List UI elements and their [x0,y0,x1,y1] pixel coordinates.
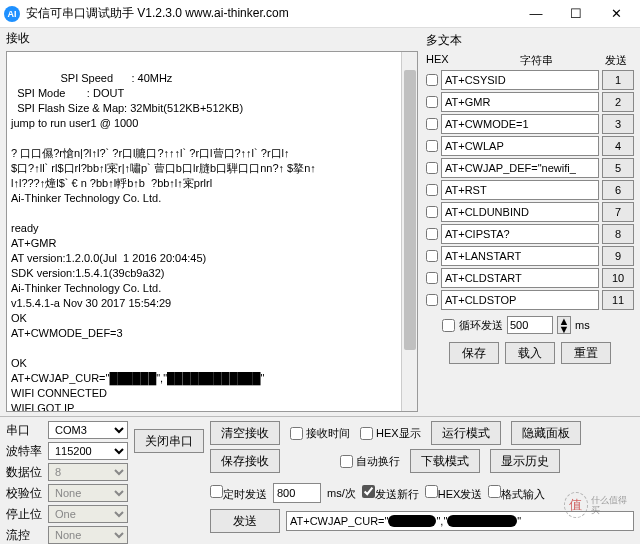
cmd-input[interactable] [441,180,599,200]
row-send-button[interactable]: 7 [602,202,634,222]
hex-checkbox[interactable] [426,140,438,152]
cmd-input[interactable] [441,158,599,178]
save-recv-button[interactable]: 保存接收 [210,449,280,473]
cmd-row: 11 [426,290,634,310]
recv-time-checkbox[interactable] [290,427,303,440]
cmd-input[interactable] [441,224,599,244]
hex-display-checkbox[interactable] [360,427,373,440]
cmd-row: 7 [426,202,634,222]
baud-select[interactable]: 115200 [48,442,128,460]
hex-checkbox[interactable] [426,294,438,306]
cmd-input[interactable] [441,290,599,310]
loop-send-checkbox[interactable] [442,319,455,332]
minimize-button[interactable]: — [516,0,556,28]
hex-checkbox[interactable] [426,250,438,262]
row-send-button[interactable]: 9 [602,246,634,266]
hex-checkbox[interactable] [426,272,438,284]
cmd-input[interactable] [441,202,599,222]
watermark: 值 什么值得买 [564,490,632,520]
maximize-button[interactable]: ☐ [556,0,596,28]
hex-checkbox[interactable] [426,162,438,174]
column-headers: HEX 字符串 发送 [426,51,634,70]
scroll-thumb[interactable] [404,70,416,350]
row-send-button[interactable]: 2 [602,92,634,112]
run-mode-button[interactable]: 运行模式 [431,421,501,445]
timed-send-checkbox[interactable] [210,485,223,498]
cmd-row: 10 [426,268,634,288]
row-send-button[interactable]: 4 [602,136,634,156]
timed-interval-input[interactable] [273,483,321,503]
parity-select[interactable]: None [48,484,128,502]
stopbits-select[interactable]: One [48,505,128,523]
send-newline-checkbox[interactable] [362,485,375,498]
loop-interval-input[interactable] [507,316,553,334]
close-port-button[interactable]: 关闭串口 [134,429,204,453]
row-send-button[interactable]: 10 [602,268,634,288]
port-select[interactable]: COM3 [48,421,128,439]
cmd-row: 2 [426,92,634,112]
download-mode-button[interactable]: 下载模式 [410,449,480,473]
cmd-input[interactable] [441,136,599,156]
row-send-button[interactable]: 3 [602,114,634,134]
title-bar: AI 安信可串口调试助手 V1.2.3.0 www.ai-thinker.com… [0,0,640,28]
receive-textarea[interactable]: SPI Speed : 40MHz SPI Mode : DOUT SPI Fl… [6,51,418,412]
cmd-input[interactable] [441,92,599,112]
cmd-row: 9 [426,246,634,266]
hex-checkbox[interactable] [426,184,438,196]
auto-wrap-checkbox[interactable] [340,455,353,468]
scrollbar[interactable] [401,52,417,411]
hex-checkbox[interactable] [426,96,438,108]
save-button[interactable]: 保存 [449,342,499,364]
cmd-row: 8 [426,224,634,244]
flowctrl-select[interactable]: None [48,526,128,544]
cmd-input[interactable] [441,114,599,134]
hex-checkbox[interactable] [426,206,438,218]
cmd-row: 1 [426,70,634,90]
cmd-input[interactable] [441,268,599,288]
loop-send-label: 循环发送 [459,318,503,333]
cmd-row: 5 [426,158,634,178]
reset-button[interactable]: 重置 [561,342,611,364]
receive-label: 接收 [0,28,424,49]
row-send-button[interactable]: 5 [602,158,634,178]
clear-recv-button[interactable]: 清空接收 [210,421,280,445]
close-button[interactable]: ✕ [596,0,636,28]
cmd-row: 4 [426,136,634,156]
format-input-checkbox[interactable] [488,485,501,498]
hex-checkbox[interactable] [426,118,438,130]
row-send-button[interactable]: 8 [602,224,634,244]
app-icon: AI [4,6,20,22]
loop-spinner[interactable]: ▲▼ [557,316,571,334]
cmd-row: 6 [426,180,634,200]
cmd-input[interactable] [441,246,599,266]
window-title: 安信可串口调试助手 V1.2.3.0 www.ai-thinker.com [26,5,516,22]
send-button[interactable]: 发送 [210,509,280,533]
hide-panel-button[interactable]: 隐藏面板 [511,421,581,445]
row-send-button[interactable]: 1 [602,70,634,90]
databits-select[interactable]: 8 [48,463,128,481]
load-button[interactable]: 载入 [505,342,555,364]
hex-checkbox[interactable] [426,74,438,86]
cmd-input[interactable] [441,70,599,90]
row-send-button[interactable]: 11 [602,290,634,310]
port-settings: 串口COM3 波特率115200 数据位8 校验位None 停止位One 流控N… [6,421,128,544]
hex-send-checkbox[interactable] [425,485,438,498]
multi-text-label: 多文本 [426,30,634,51]
row-send-button[interactable]: 6 [602,180,634,200]
show-history-button[interactable]: 显示历史 [490,449,560,473]
cmd-row: 3 [426,114,634,134]
hex-checkbox[interactable] [426,228,438,240]
